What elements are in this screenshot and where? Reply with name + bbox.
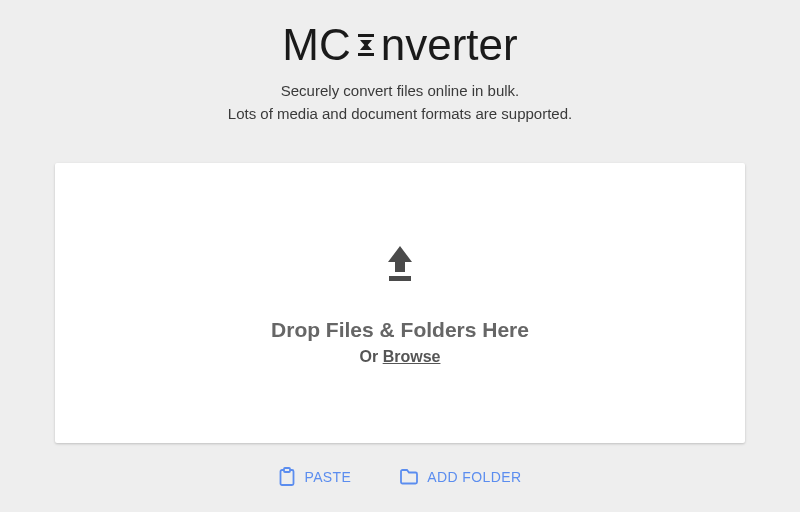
svg-rect-1 xyxy=(358,53,374,56)
folder-icon xyxy=(399,468,419,486)
browse-line: Or Browse xyxy=(360,348,441,366)
or-label: Or xyxy=(360,348,383,365)
svg-rect-0 xyxy=(358,34,374,37)
svg-rect-2 xyxy=(389,276,411,281)
app-logo: MC nverter xyxy=(282,20,517,70)
action-bar: PASTE ADD FOLDER xyxy=(272,463,527,491)
browse-link[interactable]: Browse xyxy=(383,348,441,365)
logo-suffix: nverter xyxy=(381,20,518,70)
drop-text: Drop Files & Folders Here xyxy=(271,318,529,342)
swap-icon xyxy=(354,31,378,59)
tagline-line1: Securely convert files online in bulk. xyxy=(228,80,572,103)
clipboard-icon xyxy=(278,467,296,487)
upload-icon xyxy=(377,240,423,290)
file-dropzone[interactable]: Drop Files & Folders Here Or Browse xyxy=(55,163,745,443)
add-folder-label: ADD FOLDER xyxy=(427,469,521,485)
paste-button[interactable]: PASTE xyxy=(272,463,357,491)
tagline: Securely convert files online in bulk. L… xyxy=(228,80,572,125)
tagline-line2: Lots of media and document formats are s… xyxy=(228,103,572,126)
svg-rect-4 xyxy=(284,468,290,472)
logo-prefix: MC xyxy=(282,20,350,70)
paste-label: PASTE xyxy=(304,469,351,485)
add-folder-button[interactable]: ADD FOLDER xyxy=(393,464,527,490)
